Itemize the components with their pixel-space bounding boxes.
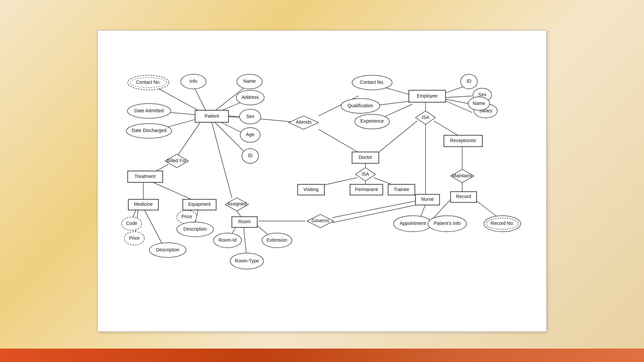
room-label: Room xyxy=(238,219,251,224)
info-label: Info xyxy=(190,78,197,84)
appointment-label: Appointment xyxy=(400,221,426,226)
nurse-label: Nurse xyxy=(421,196,434,202)
name-employee-attr: Name xyxy=(468,97,490,110)
doctor-label: Doctor xyxy=(359,155,372,160)
billed-for-label: Billed For xyxy=(167,158,187,163)
address-label: Address xyxy=(241,95,259,100)
address-attr: Address xyxy=(236,90,264,105)
maintains-label: Maintains xyxy=(452,173,472,178)
room-entity: Room xyxy=(232,217,257,228)
name-patient-attr: Name xyxy=(237,74,262,89)
experience-attr: Experience xyxy=(355,114,390,129)
date-admitted-label: Date Admitted xyxy=(135,108,164,113)
contact-no-employee-label: Contact No. xyxy=(360,79,385,85)
isa-doctor-relationship: ISA xyxy=(356,168,376,181)
receptionist-entity: Receptionist xyxy=(444,135,482,147)
description-equipment-attr: Description xyxy=(177,222,214,237)
treatment-entity: Treatment xyxy=(128,171,163,182)
visiting-label: Visiting xyxy=(304,187,319,192)
date-discharged-label: Date Discharged xyxy=(131,128,166,133)
doctor-entity: Doctor xyxy=(352,152,379,163)
sex-patient-attr: Sex xyxy=(239,109,261,124)
patient-label: Patient xyxy=(205,113,219,119)
room-type-label: Room-Type xyxy=(235,258,259,263)
sex-patient-label: Sex xyxy=(246,114,254,119)
price-equipment-label: Price xyxy=(181,214,192,219)
billed-for-relationship: Billed For xyxy=(165,154,189,168)
patient-entity: Patient xyxy=(195,110,229,122)
id-employee-label: ID xyxy=(467,78,471,84)
isa-employee-label: ISA xyxy=(422,115,429,120)
svg-line-47 xyxy=(332,200,419,218)
svg-line-9 xyxy=(228,116,300,123)
attends-relationship: Attends xyxy=(288,116,319,129)
appointment-attr: Appointment xyxy=(393,216,432,232)
sex-employee-label: Sex xyxy=(478,92,486,97)
er-diagram: Patient Doctor Employee Nurse Receptioni… xyxy=(97,30,547,332)
svg-line-18 xyxy=(445,96,472,98)
contact-no-employee-attr: Contact No. xyxy=(352,75,392,90)
name-patient-label: Name xyxy=(243,78,256,84)
assigned-relationship: Assigned xyxy=(225,198,249,211)
date-admitted-attr: Date Admitted xyxy=(127,104,171,118)
record-entity: Record xyxy=(450,192,477,202)
equipment-label: Equipment xyxy=(188,201,211,207)
governs-relationship: Governs xyxy=(307,215,334,228)
room-type-attr: Room-Type xyxy=(230,253,264,269)
record-no-attr: Record No. xyxy=(484,216,521,232)
contact-no-patient-label: Contact No. xyxy=(136,79,161,85)
record-label: Record xyxy=(456,194,471,199)
employee-label: Employee xyxy=(417,93,438,99)
governs-label: Governs xyxy=(312,218,329,223)
name-employee-label: Name xyxy=(473,101,485,106)
svg-line-32 xyxy=(175,123,200,160)
id-employee-attr: ID xyxy=(461,74,477,89)
experience-label: Experience xyxy=(361,118,384,124)
contact-no-patient-attr: Contact No. xyxy=(128,75,169,90)
price-equipment-attr: Price xyxy=(177,210,197,224)
extension-attr: Extension xyxy=(262,233,292,248)
qualification-attr: Qualification xyxy=(341,99,380,113)
isa-employee-relationship: ISA xyxy=(416,111,436,124)
description-equipment-label: Description xyxy=(183,226,207,232)
employee-entity: Employee xyxy=(409,90,446,102)
permanent-label: Permanent xyxy=(355,187,378,192)
extension-label: Extension xyxy=(267,237,287,243)
medicine-label: Medicine xyxy=(134,201,153,207)
description-medicine-attr: Description xyxy=(149,243,186,257)
nurse-entity: Nurse xyxy=(416,194,440,205)
code-label: Code xyxy=(126,221,138,226)
svg-line-10 xyxy=(319,129,359,153)
room-id-label: Room-Id xyxy=(219,237,236,243)
patients-info-attr: Patient's Info xyxy=(428,216,467,232)
patients-info-label: Patient's Info xyxy=(434,221,461,226)
trainee-entity: Trainee xyxy=(388,184,415,195)
maintains-relationship: Maintains xyxy=(450,169,474,183)
attends-label: Attends xyxy=(296,119,312,125)
svg-line-41 xyxy=(212,123,232,198)
age-attr: Age xyxy=(240,128,260,142)
price-medicine-label: Price xyxy=(129,235,140,241)
permanent-entity: Permanent xyxy=(350,184,383,195)
id-patient-attr: ID xyxy=(242,148,259,163)
svg-line-35 xyxy=(150,181,195,201)
svg-line-25 xyxy=(434,121,459,136)
visiting-entity: Visiting xyxy=(298,184,324,195)
trainee-label: Trainee xyxy=(394,187,410,192)
price-medicine-attr: Price xyxy=(124,232,145,245)
date-discharged-attr: Date Discharged xyxy=(126,124,172,138)
equipment-entity: Equipment xyxy=(183,199,216,210)
description-medicine-label: Description xyxy=(156,247,179,252)
assigned-label: Assigned xyxy=(227,201,246,206)
receptionist-label: Receptionist xyxy=(450,138,476,143)
medicine-entity: Medicine xyxy=(128,199,159,210)
isa-doctor-label: ISA xyxy=(362,171,369,177)
qualification-label: Qualification xyxy=(347,103,373,108)
info-attr: Info xyxy=(181,74,206,89)
code-attr: Code xyxy=(122,217,142,231)
id-patient-label: ID xyxy=(248,153,253,158)
age-label: Age xyxy=(246,132,255,137)
record-no-label: Record No. xyxy=(490,221,514,226)
room-id-attr: Room-Id xyxy=(213,233,241,248)
treatment-label: Treatment xyxy=(135,174,156,179)
